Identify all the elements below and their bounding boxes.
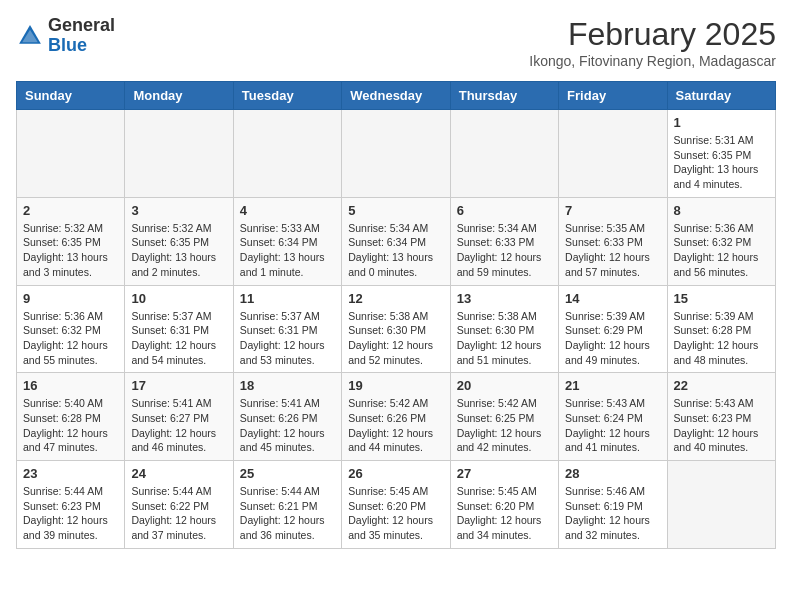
day-info: Sunrise: 5:31 AM Sunset: 6:35 PM Dayligh… — [674, 133, 769, 192]
calendar-cell: 13Sunrise: 5:38 AM Sunset: 6:30 PM Dayli… — [450, 285, 558, 373]
day-info: Sunrise: 5:39 AM Sunset: 6:28 PM Dayligh… — [674, 309, 769, 368]
day-number: 27 — [457, 466, 552, 481]
day-info: Sunrise: 5:45 AM Sunset: 6:20 PM Dayligh… — [457, 484, 552, 543]
calendar-cell: 2Sunrise: 5:32 AM Sunset: 6:35 PM Daylig… — [17, 197, 125, 285]
day-info: Sunrise: 5:33 AM Sunset: 6:34 PM Dayligh… — [240, 221, 335, 280]
day-number: 23 — [23, 466, 118, 481]
calendar-cell: 19Sunrise: 5:42 AM Sunset: 6:26 PM Dayli… — [342, 373, 450, 461]
day-number: 4 — [240, 203, 335, 218]
calendar-cell: 18Sunrise: 5:41 AM Sunset: 6:26 PM Dayli… — [233, 373, 341, 461]
day-number: 18 — [240, 378, 335, 393]
day-info: Sunrise: 5:44 AM Sunset: 6:23 PM Dayligh… — [23, 484, 118, 543]
calendar-cell: 25Sunrise: 5:44 AM Sunset: 6:21 PM Dayli… — [233, 461, 341, 549]
week-row-4: 16Sunrise: 5:40 AM Sunset: 6:28 PM Dayli… — [17, 373, 776, 461]
day-number: 15 — [674, 291, 769, 306]
day-number: 10 — [131, 291, 226, 306]
weekday-header-wednesday: Wednesday — [342, 82, 450, 110]
calendar-cell — [125, 110, 233, 198]
calendar-cell: 7Sunrise: 5:35 AM Sunset: 6:33 PM Daylig… — [559, 197, 667, 285]
day-number: 5 — [348, 203, 443, 218]
calendar-cell: 15Sunrise: 5:39 AM Sunset: 6:28 PM Dayli… — [667, 285, 775, 373]
calendar-cell — [17, 110, 125, 198]
logo: General Blue — [16, 16, 115, 56]
day-number: 3 — [131, 203, 226, 218]
day-number: 26 — [348, 466, 443, 481]
day-info: Sunrise: 5:41 AM Sunset: 6:27 PM Dayligh… — [131, 396, 226, 455]
day-info: Sunrise: 5:39 AM Sunset: 6:29 PM Dayligh… — [565, 309, 660, 368]
calendar-cell: 4Sunrise: 5:33 AM Sunset: 6:34 PM Daylig… — [233, 197, 341, 285]
calendar-cell: 3Sunrise: 5:32 AM Sunset: 6:35 PM Daylig… — [125, 197, 233, 285]
day-info: Sunrise: 5:43 AM Sunset: 6:23 PM Dayligh… — [674, 396, 769, 455]
calendar-cell — [667, 461, 775, 549]
day-info: Sunrise: 5:44 AM Sunset: 6:22 PM Dayligh… — [131, 484, 226, 543]
day-number: 28 — [565, 466, 660, 481]
day-info: Sunrise: 5:37 AM Sunset: 6:31 PM Dayligh… — [131, 309, 226, 368]
day-info: Sunrise: 5:35 AM Sunset: 6:33 PM Dayligh… — [565, 221, 660, 280]
calendar-cell: 21Sunrise: 5:43 AM Sunset: 6:24 PM Dayli… — [559, 373, 667, 461]
day-number: 12 — [348, 291, 443, 306]
calendar-cell: 26Sunrise: 5:45 AM Sunset: 6:20 PM Dayli… — [342, 461, 450, 549]
calendar-cell: 14Sunrise: 5:39 AM Sunset: 6:29 PM Dayli… — [559, 285, 667, 373]
month-title: February 2025 — [529, 16, 776, 53]
day-number: 21 — [565, 378, 660, 393]
day-info: Sunrise: 5:45 AM Sunset: 6:20 PM Dayligh… — [348, 484, 443, 543]
day-info: Sunrise: 5:44 AM Sunset: 6:21 PM Dayligh… — [240, 484, 335, 543]
calendar-cell: 1Sunrise: 5:31 AM Sunset: 6:35 PM Daylig… — [667, 110, 775, 198]
day-info: Sunrise: 5:32 AM Sunset: 6:35 PM Dayligh… — [131, 221, 226, 280]
logo-icon — [16, 22, 44, 50]
week-row-2: 2Sunrise: 5:32 AM Sunset: 6:35 PM Daylig… — [17, 197, 776, 285]
day-number: 24 — [131, 466, 226, 481]
day-number: 6 — [457, 203, 552, 218]
day-info: Sunrise: 5:41 AM Sunset: 6:26 PM Dayligh… — [240, 396, 335, 455]
page-header: General Blue February 2025 Ikongo, Fitov… — [16, 16, 776, 69]
calendar-cell: 9Sunrise: 5:36 AM Sunset: 6:32 PM Daylig… — [17, 285, 125, 373]
day-info: Sunrise: 5:42 AM Sunset: 6:25 PM Dayligh… — [457, 396, 552, 455]
calendar-cell: 22Sunrise: 5:43 AM Sunset: 6:23 PM Dayli… — [667, 373, 775, 461]
calendar-cell: 16Sunrise: 5:40 AM Sunset: 6:28 PM Dayli… — [17, 373, 125, 461]
day-info: Sunrise: 5:43 AM Sunset: 6:24 PM Dayligh… — [565, 396, 660, 455]
calendar-cell: 11Sunrise: 5:37 AM Sunset: 6:31 PM Dayli… — [233, 285, 341, 373]
location-subtitle: Ikongo, Fitovinany Region, Madagascar — [529, 53, 776, 69]
calendar-cell: 20Sunrise: 5:42 AM Sunset: 6:25 PM Dayli… — [450, 373, 558, 461]
day-number: 11 — [240, 291, 335, 306]
day-number: 17 — [131, 378, 226, 393]
week-row-3: 9Sunrise: 5:36 AM Sunset: 6:32 PM Daylig… — [17, 285, 776, 373]
day-number: 9 — [23, 291, 118, 306]
day-info: Sunrise: 5:40 AM Sunset: 6:28 PM Dayligh… — [23, 396, 118, 455]
day-info: Sunrise: 5:32 AM Sunset: 6:35 PM Dayligh… — [23, 221, 118, 280]
calendar-cell: 12Sunrise: 5:38 AM Sunset: 6:30 PM Dayli… — [342, 285, 450, 373]
day-info: Sunrise: 5:36 AM Sunset: 6:32 PM Dayligh… — [674, 221, 769, 280]
day-info: Sunrise: 5:34 AM Sunset: 6:33 PM Dayligh… — [457, 221, 552, 280]
week-row-1: 1Sunrise: 5:31 AM Sunset: 6:35 PM Daylig… — [17, 110, 776, 198]
day-info: Sunrise: 5:38 AM Sunset: 6:30 PM Dayligh… — [348, 309, 443, 368]
day-info: Sunrise: 5:42 AM Sunset: 6:26 PM Dayligh… — [348, 396, 443, 455]
day-number: 16 — [23, 378, 118, 393]
day-number: 25 — [240, 466, 335, 481]
logo-text: General Blue — [48, 16, 115, 56]
day-number: 22 — [674, 378, 769, 393]
weekday-header-monday: Monday — [125, 82, 233, 110]
calendar-table: SundayMondayTuesdayWednesdayThursdayFrid… — [16, 81, 776, 549]
day-number: 13 — [457, 291, 552, 306]
weekday-header-sunday: Sunday — [17, 82, 125, 110]
day-number: 14 — [565, 291, 660, 306]
weekday-header-saturday: Saturday — [667, 82, 775, 110]
calendar-cell: 10Sunrise: 5:37 AM Sunset: 6:31 PM Dayli… — [125, 285, 233, 373]
weekday-header-friday: Friday — [559, 82, 667, 110]
weekday-header-row: SundayMondayTuesdayWednesdayThursdayFrid… — [17, 82, 776, 110]
calendar-cell: 6Sunrise: 5:34 AM Sunset: 6:33 PM Daylig… — [450, 197, 558, 285]
day-info: Sunrise: 5:38 AM Sunset: 6:30 PM Dayligh… — [457, 309, 552, 368]
calendar-cell — [559, 110, 667, 198]
weekday-header-tuesday: Tuesday — [233, 82, 341, 110]
day-info: Sunrise: 5:34 AM Sunset: 6:34 PM Dayligh… — [348, 221, 443, 280]
calendar-cell: 23Sunrise: 5:44 AM Sunset: 6:23 PM Dayli… — [17, 461, 125, 549]
calendar-cell: 28Sunrise: 5:46 AM Sunset: 6:19 PM Dayli… — [559, 461, 667, 549]
calendar-cell — [342, 110, 450, 198]
day-number: 8 — [674, 203, 769, 218]
calendar-cell: 17Sunrise: 5:41 AM Sunset: 6:27 PM Dayli… — [125, 373, 233, 461]
calendar-cell: 24Sunrise: 5:44 AM Sunset: 6:22 PM Dayli… — [125, 461, 233, 549]
calendar-cell: 8Sunrise: 5:36 AM Sunset: 6:32 PM Daylig… — [667, 197, 775, 285]
title-block: February 2025 Ikongo, Fitovinany Region,… — [529, 16, 776, 69]
day-info: Sunrise: 5:37 AM Sunset: 6:31 PM Dayligh… — [240, 309, 335, 368]
calendar-cell: 5Sunrise: 5:34 AM Sunset: 6:34 PM Daylig… — [342, 197, 450, 285]
